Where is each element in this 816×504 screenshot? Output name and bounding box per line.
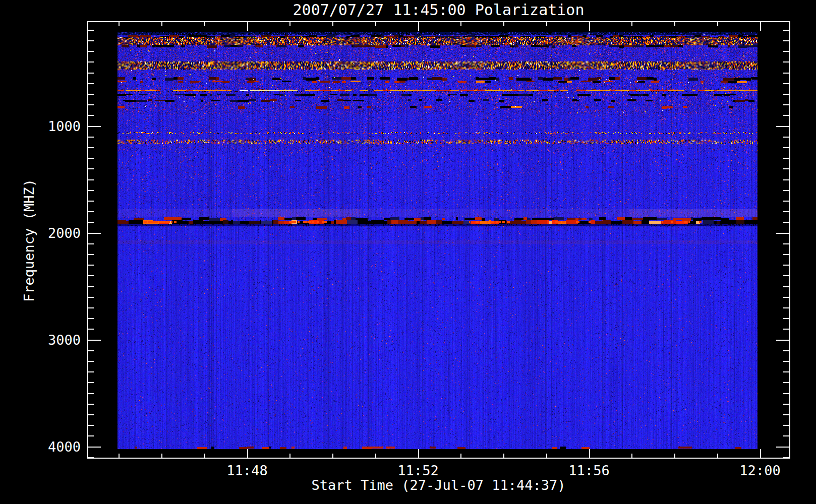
tick-mark: [88, 265, 94, 266]
tick-mark: [332, 454, 333, 458]
tick-mark: [783, 307, 789, 308]
tick-mark: [88, 243, 94, 244]
spectrogram-page: 2007/07/27 11:45:00 Polarization 1000200…: [0, 0, 816, 504]
tick-mark: [546, 454, 547, 458]
tick-mark: [88, 179, 94, 180]
tick-mark: [783, 158, 789, 159]
tick-mark: [88, 51, 94, 52]
tick-mark: [88, 168, 94, 169]
x-tick-label: 11:56: [549, 463, 629, 479]
tick-mark: [88, 371, 94, 372]
tick-mark: [375, 22, 376, 26]
tick-mark: [88, 414, 94, 415]
tick-mark: [88, 73, 94, 74]
tick-mark: [783, 211, 789, 212]
tick-mark: [783, 371, 789, 372]
tick-mark: [289, 22, 290, 26]
plot-title: 2007/07/27 11:45:00 Polarization: [87, 0, 790, 20]
tick-mark: [783, 329, 789, 330]
tick-mark: [119, 454, 120, 458]
tick-mark: [88, 201, 94, 202]
tick-mark: [88, 254, 94, 255]
x-tick-label: 11:52: [378, 463, 458, 479]
tick-mark: [776, 233, 789, 234]
y-tick-label: 4000: [15, 439, 81, 455]
tick-mark: [503, 22, 504, 26]
tick-mark: [631, 22, 632, 26]
y-tick-label: 3000: [15, 332, 81, 348]
tick-mark: [783, 61, 789, 62]
tick-mark: [88, 115, 94, 116]
tick-mark: [589, 449, 590, 458]
tick-mark: [88, 126, 101, 127]
tick-mark: [88, 382, 94, 383]
tick-mark: [783, 137, 789, 138]
x-axis-label: Start Time (27-Jul-07 11:44:37): [87, 477, 790, 493]
tick-mark: [88, 329, 94, 330]
x-tick-label: 11:48: [207, 463, 287, 479]
tick-mark: [589, 22, 590, 31]
tick-mark: [161, 454, 162, 458]
tick-mark: [88, 137, 94, 138]
tick-mark: [783, 201, 789, 202]
tick-mark: [161, 22, 162, 26]
tick-mark: [88, 297, 94, 298]
tick-mark: [783, 318, 789, 319]
tick-mark: [418, 22, 419, 31]
tick-mark: [783, 297, 789, 298]
tick-mark: [88, 61, 94, 62]
tick-mark: [783, 435, 789, 436]
tick-mark: [88, 94, 94, 95]
tick-mark: [783, 457, 789, 458]
y-tick-label: 1000: [15, 118, 81, 135]
tick-mark: [783, 179, 789, 180]
tick-mark: [783, 30, 789, 31]
tick-mark: [776, 126, 789, 127]
tick-mark: [783, 83, 789, 84]
tick-mark: [776, 447, 789, 448]
tick-mark: [204, 22, 205, 26]
tick-mark: [88, 361, 94, 362]
tick-mark: [783, 73, 789, 74]
tick-mark: [375, 454, 376, 458]
tick-mark: [783, 222, 789, 223]
tick-mark: [88, 190, 94, 191]
tick-mark: [88, 457, 94, 458]
tick-mark: [783, 115, 789, 116]
tick-mark: [783, 40, 789, 41]
x-tick-label: 12:00: [720, 463, 800, 479]
tick-mark: [88, 211, 94, 212]
tick-mark: [88, 425, 94, 426]
tick-mark: [717, 22, 718, 26]
tick-mark: [119, 22, 120, 26]
tick-mark: [783, 190, 789, 191]
tick-mark: [783, 350, 789, 351]
tick-mark: [783, 104, 789, 105]
tick-mark: [783, 361, 789, 362]
tick-mark: [88, 40, 94, 41]
tick-mark: [631, 454, 632, 458]
y-axis-label: Frequency (MHZ): [21, 179, 37, 302]
tick-mark: [776, 340, 789, 341]
tick-mark: [289, 454, 290, 458]
spectrogram-image: [118, 32, 757, 449]
tick-mark: [88, 222, 94, 223]
tick-mark: [546, 22, 547, 26]
tick-mark: [783, 51, 789, 52]
tick-mark: [783, 254, 789, 255]
tick-mark: [88, 350, 94, 351]
tick-mark: [783, 414, 789, 415]
tick-mark: [204, 454, 205, 458]
tick-mark: [332, 22, 333, 26]
tick-mark: [760, 449, 761, 458]
tick-mark: [783, 404, 789, 405]
tick-mark: [783, 393, 789, 394]
tick-mark: [783, 243, 789, 244]
tick-mark: [88, 393, 94, 394]
tick-mark: [88, 435, 94, 436]
tick-mark: [783, 147, 789, 148]
tick-mark: [783, 425, 789, 426]
tick-mark: [783, 94, 789, 95]
tick-mark: [717, 454, 718, 458]
tick-mark: [783, 382, 789, 383]
